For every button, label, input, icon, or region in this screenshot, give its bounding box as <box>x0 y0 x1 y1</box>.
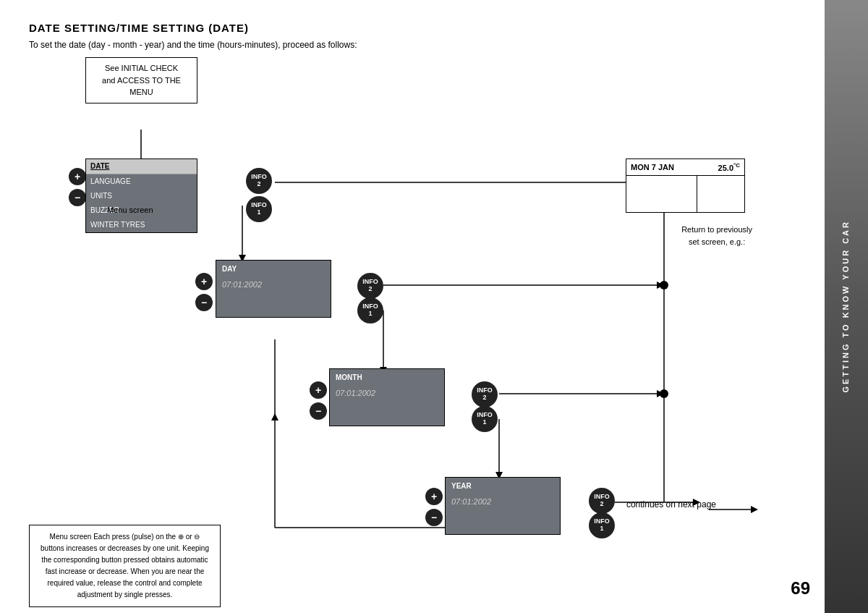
year-screen: YEAR 07:01:2002 <box>445 477 561 535</box>
info1-btn-year[interactable]: INFO1 <box>589 512 615 538</box>
return-text-line1: Return to previously <box>681 225 752 234</box>
svg-marker-11 <box>657 390 664 397</box>
menu-box: DATE LANGUAGE UNITS BUZZER WINTER TYRES <box>85 158 197 233</box>
main-content: DATE SETTING/TIME SETTING (DATE) To set … <box>0 0 825 613</box>
right-sidebar: GETTING TO KNOW YOUR CAR <box>825 0 868 613</box>
menu-item-language[interactable]: LANGUAGE <box>86 174 197 189</box>
minus-btn-month[interactable]: − <box>310 402 327 420</box>
month-label: MONTH <box>336 373 438 381</box>
year-label: YEAR <box>451 482 554 490</box>
minus-btn-year[interactable]: − <box>425 509 443 526</box>
info2-btn-year[interactable]: INFO2 <box>589 488 615 514</box>
plus-btn-year[interactable]: + <box>425 488 443 505</box>
day-label: DAY <box>222 265 325 273</box>
sidebar-text: GETTING TO KNOW YOUR CAR <box>841 220 851 392</box>
plus-btn-day[interactable]: + <box>195 273 213 290</box>
svg-point-23 <box>660 281 668 289</box>
return-text-line2: set screen, e.g.: <box>689 237 745 246</box>
note-box: Menu screen Each press (pulse) on the ⊕ … <box>29 525 221 607</box>
see-initial-box: See INITIAL CHECK and ACCESS TO THE MENU <box>85 57 197 103</box>
info1-btn-day[interactable]: INFO1 <box>357 297 383 324</box>
return-right-panel <box>697 176 744 212</box>
menu-item-units[interactable]: UNITS <box>86 189 197 203</box>
info2-btn-month[interactable]: INFO2 <box>472 381 498 407</box>
return-box-inner: MON 7 JAN 25.0°C <box>626 159 744 212</box>
minus-btn-day[interactable]: − <box>195 294 213 311</box>
return-text: Return to previously set screen, e.g.: <box>681 224 752 248</box>
day-value: 07:01:2002 <box>222 280 325 289</box>
page-number: 69 <box>791 578 810 599</box>
info1-btn-menu[interactable]: INFO1 <box>246 196 272 222</box>
menu-item-winter[interactable]: WINTER TYRES <box>86 218 197 232</box>
note-box-text: Menu screen Each press (pulse) on the ⊕ … <box>41 533 209 599</box>
return-left-panel <box>626 176 697 212</box>
return-header-right: 25.0°C <box>718 162 740 172</box>
day-screen: DAY 07:01:2002 <box>216 260 331 318</box>
diagram: See INITIAL CHECK and ACCESS TO THE MENU… <box>29 64 810 613</box>
svg-marker-18 <box>271 413 278 420</box>
continues-arrow <box>709 499 767 520</box>
see-initial-line2: and ACCESS TO THE MENU <box>102 76 181 97</box>
year-value: 07:01:2002 <box>451 497 554 506</box>
svg-marker-28 <box>751 506 758 513</box>
return-header: MON 7 JAN 25.0°C <box>626 159 744 176</box>
info2-btn-day[interactable]: INFO2 <box>357 273 383 299</box>
info2-btn-menu[interactable]: INFO2 <box>246 168 272 194</box>
return-screen: MON 7 JAN 25.0°C <box>626 158 745 213</box>
return-body <box>626 176 744 212</box>
plus-btn-month[interactable]: + <box>310 381 327 399</box>
plus-btn-menu[interactable]: + <box>69 168 86 185</box>
see-initial-line1: See INITIAL CHECK <box>105 64 178 72</box>
minus-btn-menu[interactable]: − <box>69 189 86 206</box>
subtitle: To set the date (day - month - year) and… <box>29 40 796 50</box>
continues-text: continues on next page <box>626 499 716 510</box>
month-value: 07:01:2002 <box>336 389 438 397</box>
svg-point-24 <box>660 389 668 398</box>
svg-marker-7 <box>657 282 664 289</box>
page-title: DATE SETTING/TIME SETTING (DATE) <box>29 22 796 34</box>
menu-item-date[interactable]: DATE <box>86 159 197 174</box>
month-screen: MONTH 07:01:2002 <box>329 368 445 426</box>
return-header-left: MON 7 JAN <box>631 163 674 172</box>
info1-btn-month[interactable]: INFO1 <box>472 406 498 432</box>
menu-screen-label: Menu screen <box>107 206 153 214</box>
